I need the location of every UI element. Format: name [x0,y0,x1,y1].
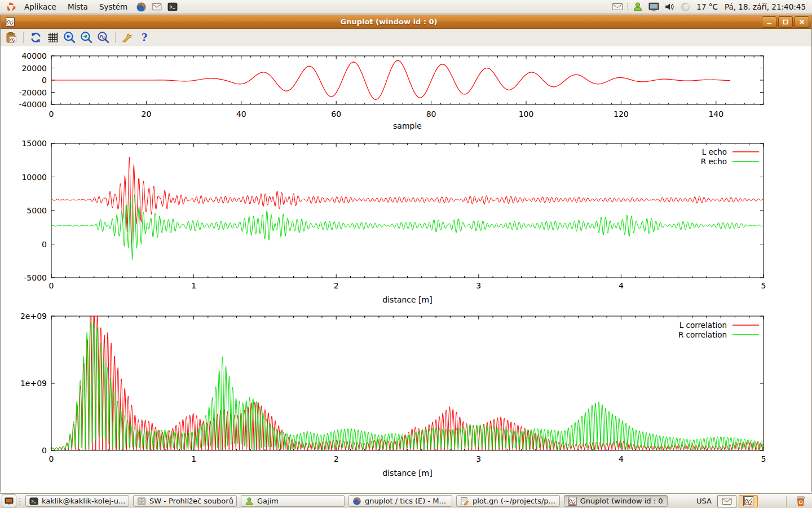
y-tick-label: 2e+09 [20,312,47,321]
replot-button[interactable] [28,30,43,45]
terminal-icon [29,497,38,506]
unzoom-button[interactable] [96,30,111,45]
x-axis-label: sample [393,121,422,130]
task-button-terminal[interactable]: kaklik@kaklik-kolej-u... [25,495,129,507]
y-tick-label: -20000 [19,88,47,97]
tray-gnuplot-indicator[interactable] [739,495,758,507]
terminal-launcher-icon[interactable] [167,1,178,12]
y-tick-label: 40000 [21,51,47,60]
x-tick-label: 1 [191,281,196,290]
task-button-file-manager[interactable]: SW - Prohlížeč souborů [133,495,237,507]
legend-label: L echo [702,147,727,156]
copy-to-clipboard-button[interactable] [4,30,19,45]
y-tick-label: 0 [42,446,47,455]
ubuntu-logo-icon[interactable] [5,1,16,12]
series-signal [51,60,730,99]
mail-launcher-icon[interactable] [151,1,162,12]
toggle-grid-button[interactable] [45,30,60,45]
zoom-previous-button[interactable] [62,30,77,45]
menu-applications[interactable]: Aplikace [19,1,61,12]
titlebar[interactable]: Gnuplot (window id : 0) [1,15,811,29]
task-label: SW - Prohlížeč souborů [149,497,233,505]
task-label: plot.gn (~/projects/p... [473,497,555,505]
window-title: Gnuplot (window id : 0) [17,17,760,26]
x-tick-label: 4 [619,454,624,463]
x-tick-label: 0 [49,281,54,290]
task-label: Gnuplot (window id : 0) [580,497,664,505]
top-panel: Aplikace Místa Systém [0,0,812,14]
task-button-text-editor[interactable]: plot.gn (~/projects/p... [456,495,560,507]
maximize-button[interactable] [778,16,793,28]
taskbar-handle [18,497,21,506]
x-tick-label: 0 [49,110,54,119]
x-tick-label: 40 [236,110,246,119]
show-desktop-button[interactable] [2,494,16,507]
settings-button[interactable] [120,30,135,45]
x-tick-label: 100 [519,110,534,119]
x-tick-label: 80 [426,110,436,119]
menu-places[interactable]: Místa [63,1,93,12]
task-button-gajim[interactable]: Gajim [241,495,345,507]
bottom-taskbar: kaklik@kaklik-kolej-u... SW - Prohlížeč … [0,493,812,508]
file-manager-icon [137,497,146,506]
weather-icon[interactable] [679,1,691,12]
x-tick-label: 20 [141,110,151,119]
y-tick-label: 0 [42,76,47,85]
task-label: gnuplot / tics (E) - M... [365,497,446,505]
chart-3: 01234501e+092e+09distance [m]L correlati… [20,312,766,478]
plot-border [51,143,764,278]
gajim-status-icon[interactable] [632,1,643,12]
menu-system[interactable]: Systém [94,1,133,12]
y-tick-label: -40000 [19,100,47,109]
gnuplot-icon [568,497,577,506]
y-tick-label: -5000 [24,273,47,282]
trash-applet[interactable] [795,495,807,507]
x-tick-label: 0 [49,454,54,463]
legend-label: R echo [701,157,727,166]
text-editor-icon [460,497,469,506]
x-tick-label: 5 [761,454,766,463]
plot-area: 020406080100120140-40000-200000200004000… [1,46,811,493]
x-tick-label: 2 [334,281,339,290]
legend-label: R correlation [678,330,727,339]
menu-system-label: Systém [99,2,127,11]
legend-label: L correlation [679,321,727,330]
task-button-gnuplot[interactable]: Gnuplot (window id : 0) [564,495,668,507]
series-r-correlation [51,322,764,450]
close-button[interactable] [795,16,809,28]
minimize-button[interactable] [762,16,776,28]
charts-canvas[interactable]: 020406080100120140-40000-200000200004000… [1,46,812,493]
tray-handle [626,2,629,11]
x-tick-label: 120 [614,110,629,119]
toolbar-separator [115,32,116,43]
tray-mail-notifier[interactable] [717,495,736,507]
x-tick-label: 4 [619,281,624,290]
x-tick-label: 5 [761,281,766,290]
x-axis-label: distance [m] [382,468,432,478]
volume-icon[interactable] [664,1,675,12]
x-axis-label: distance [m] [382,295,432,304]
chart-2: 012345-5000050001000015000distance [m]L … [21,139,766,304]
x-tick-label: 3 [476,281,481,290]
question-mark-glyph: ? [142,32,148,43]
firefox-launcher-icon[interactable] [135,1,147,12]
clock[interactable]: Pá, 18. září, 21:40:45 [725,2,806,11]
display-settings-icon[interactable] [648,1,659,12]
x-tick-label: 3 [476,454,481,463]
zoom-next-button[interactable] [79,30,94,45]
gnuplot-window-icon [5,16,16,28]
task-label: Gajim [257,497,279,505]
help-button[interactable]: ? [137,30,152,45]
y-tick-label: 1e+09 [20,379,47,388]
tray-mail-icon[interactable] [612,1,623,12]
keyboard-layout-indicator[interactable]: USA [696,497,712,505]
toolbar-separator [23,32,24,43]
y-tick-label: 15000 [21,139,47,148]
y-tick-label: 0 [42,240,47,249]
menu-places-label: Místa [68,2,88,11]
toolbar: ? [1,29,811,46]
x-tick-label: 60 [331,110,341,119]
temperature-indicator[interactable]: 17 °C [696,2,718,11]
task-button-firefox[interactable]: gnuplot / tics (E) - M... [348,495,452,507]
gajim-icon [245,497,254,506]
